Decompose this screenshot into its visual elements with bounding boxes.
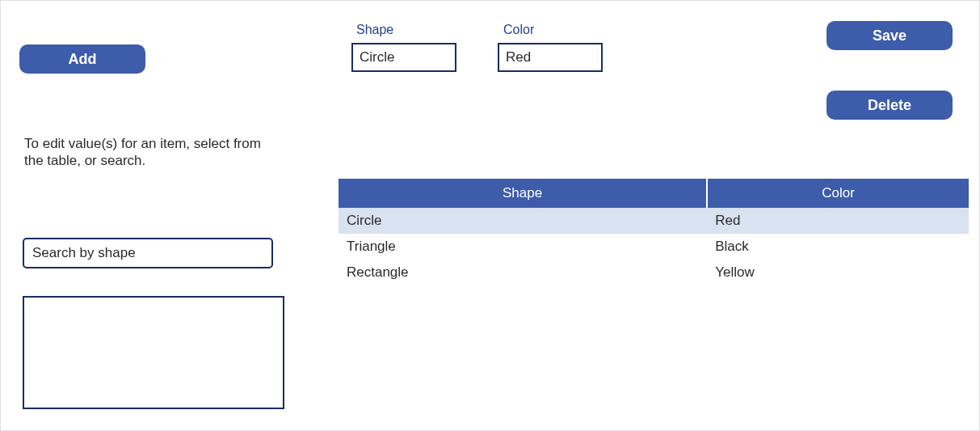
table-cell-color: Black [707,234,969,260]
shapes-table: Shape Color CircleRedTriangleBlackRectan… [339,179,969,285]
help-text: To edit value(s) for an item, select fro… [24,135,267,170]
table-header-color: Color [707,179,969,208]
shape-input[interactable] [351,43,456,72]
table-cell-shape: Rectangle [339,260,707,285]
search-results-box[interactable] [23,296,284,409]
shape-field-label: Shape [356,23,393,37]
table-cell-shape: Triangle [339,234,707,260]
add-button[interactable]: Add [19,44,145,74]
table-cell-shape: Circle [339,208,707,234]
table-cell-color: Red [707,208,969,234]
table-row[interactable]: RectangleYellow [339,260,969,285]
delete-button[interactable]: Delete [826,91,953,120]
table-header-shape: Shape [339,179,707,208]
table-header-row: Shape Color [339,179,969,208]
color-input[interactable] [498,43,603,72]
color-field-label: Color [503,23,534,37]
table-row[interactable]: TriangleBlack [339,234,969,260]
search-input[interactable] [23,238,273,268]
table-row[interactable]: CircleRed [339,208,969,234]
table-cell-color: Yellow [707,260,969,285]
save-button[interactable]: Save [826,21,953,50]
